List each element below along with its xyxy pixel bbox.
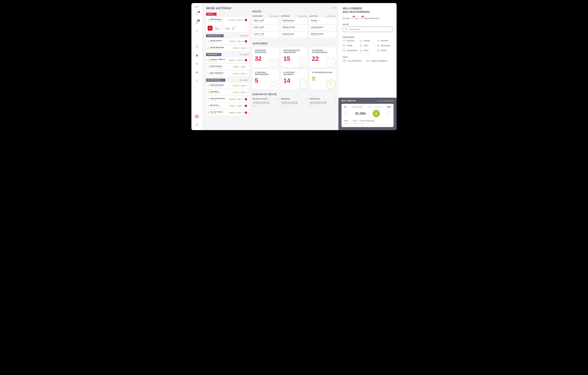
show-all-link[interactable]: Alle anzeigen [327,15,336,17]
today-item[interactable]: 15:00 - 18:00Moa / Service [252,25,279,31]
alert-count: 7 [245,111,247,114]
section-tag: VERGANGEN (8) [206,53,221,56]
flash-icon [208,26,212,31]
today-item[interactable]: 09:00 - 15:00Moa / Hostess [252,18,279,24]
nav-settings[interactable] [194,78,199,83]
show-all-link[interactable]: Alle anzeigen [270,15,279,17]
nav-help[interactable] [194,123,199,127]
nav-messages[interactable]: 13 [194,20,199,25]
svg-rect-29 [346,113,347,114]
client-chip: Art & Thu [232,85,240,87]
add-item[interactable]: Team [360,44,375,47]
today-item[interactable]: VertragCarl Costa [309,18,336,24]
add-item[interactable]: Bewerbung [377,44,392,47]
plus-circle-icon [360,39,362,42]
job-card[interactable]: Moa Event8.10. - 12.10.2022 Record L 510… [206,103,249,109]
plus-circle-icon [343,49,346,52]
svg-point-7 [197,81,197,81]
plus-circle-icon [377,44,380,47]
task-card[interactable]: UNGELESENE NACHRICHTEN 32 [252,47,279,67]
task-card[interactable]: ZU PRÜFENDE DOKUMENTE 14 [281,69,307,89]
add-item[interactable]: Galerie [377,49,392,52]
avatar-stack[interactable] [309,101,336,105]
status-dot [208,85,209,86]
bell-icon[interactable]: 5 [351,17,354,20]
client-chip: Pharmas [232,73,240,75]
plus-circle-icon [377,49,380,52]
elapsed-time: 01:00h [355,112,366,115]
job-card[interactable]: Fast Ralley6.10. - 8.10.2022 GrandThi 51… [206,90,249,95]
plus-circle-icon [377,39,380,42]
add-item[interactable]: Kontakt [360,39,375,42]
play-button[interactable] [373,110,380,117]
nav-search[interactable] [194,29,199,34]
nav-chart[interactable] [194,70,199,75]
job-card[interactable]: Premiere - Match 523.09.2022 London C 51… [206,57,249,63]
svg-rect-2 [196,46,198,47]
job-card[interactable]: Utopia Bootcamp30.09. - 03.10.2022 World… [206,45,249,51]
alert-count: 7 [245,59,247,61]
today-item[interactable]: 16:00 - 17:00Moa / Barkeeper [252,32,279,38]
alert-count: 7 [245,105,247,107]
avatar-stack[interactable] [281,101,307,105]
add-item[interactable]: Abwesenheit [343,49,358,52]
search-label: SUCHE [343,23,392,25]
today-col: LÄUFT ABAlle anzeigen VertragCarl CostaI… [309,15,336,38]
add-item[interactable]: Projekt [343,44,358,47]
today-item[interactable]: ImmatrikulationMira Wonders [309,25,336,31]
avatar [266,101,270,105]
svg-point-13 [271,82,276,87]
status-dot [208,105,209,106]
job-card[interactable]: Velvet Summit29.09.2022 Mountain 51032 7 [206,38,249,44]
bell-badge: 5 [198,11,200,13]
nav-people[interactable] [194,53,199,58]
job-card[interactable]: Blue Conference20.09. - 21.09.2022 Pharm… [206,71,249,76]
today-item[interactable]: ArbeitsvertragVerena Valerian [281,32,307,38]
show-all-link[interactable]: Alle anzeigen [240,54,249,55]
today-item[interactable]: Minijob VertragLoreen Linseed [309,32,336,38]
task-card[interactable]: ZU PRÜFENDE AUSLAGEN 0 [309,69,336,89]
nav-notifications[interactable]: 5 [194,12,199,17]
task-card[interactable]: NICHT BEARBEITETE BEWERBUNGEN 15 [281,47,307,67]
today-item[interactable]: Minijob VertragNoah Nemo [281,25,307,31]
support-link[interactable]: Support kontaktieren [366,59,388,62]
add-item[interactable]: Nachricht [343,39,358,42]
pause-button[interactable] [344,111,348,116]
add-entry-button[interactable] [387,111,391,116]
sidebar: 5 13 [191,3,202,130]
job-card[interactable]: Tour de Friends9.10.2022 Jupiter En 5103… [206,110,249,115]
logo [195,6,199,8]
show-all-link[interactable]: Alle anzeigen [298,15,307,17]
status-dot [208,60,209,61]
show-all-link[interactable]: Alle anzeigen [240,79,249,81]
settings-gear[interactable]: ▾ [252,7,336,9]
job-card[interactable]: Red Promotion22.09. - 23.09.2022 Telofon… [206,64,249,70]
task-card[interactable]: ZU PRÜFENDE ABWESENHEITEN 5 [252,69,279,89]
welcome-heading: WILLKOMMEN MAX MUSTERMANN [343,7,392,14]
avatar [295,101,298,105]
job-card[interactable]: Plaza Grand Open...7.10.2022 Plaza Sup 5… [206,96,249,102]
job-card-featured[interactable]: IKIO Northcup 01.10. - 02.10.2022 IKIO G… [206,17,249,32]
search-box[interactable] [343,26,392,32]
nav-target[interactable] [194,61,199,66]
today-item[interactable]: ArbeitsvertragEduard del Rousa [281,18,307,24]
nav-briefcase[interactable] [194,44,199,49]
status-dot [208,92,209,93]
envelope-icon[interactable]: 5 [360,17,363,20]
main: MEINE AUFTRÄGE HEUTE (5) IKIO Northcup 0… [202,3,397,130]
task-card[interactable]: ZU PRÜFENDE ZEITERFASSUNGEN 22 [309,47,336,67]
search-input[interactable] [349,28,390,31]
help-link[interactable]: Zum Hilfebereich [343,59,362,62]
svg-point-9 [333,8,334,8]
add-item[interactable]: Firma [360,49,375,52]
avatar [323,101,327,105]
add-item[interactable]: Interview [377,39,392,42]
show-all-link[interactable]: Alle anzeigen [240,35,249,37]
avatar-stack[interactable] [252,101,279,105]
client-chip: World As [232,47,240,49]
job-card[interactable]: Purple Promotion5.10. - 20.10.2022 Art &… [206,83,249,89]
client-chip: London C [228,59,236,61]
today-col: VERTRÄGEAlle anzeigen ArbeitsvertragEdua… [281,15,307,38]
user-avatar[interactable] [195,115,199,119]
checkin-link[interactable]: zu meinen Zeiterfassungen [377,100,394,102]
